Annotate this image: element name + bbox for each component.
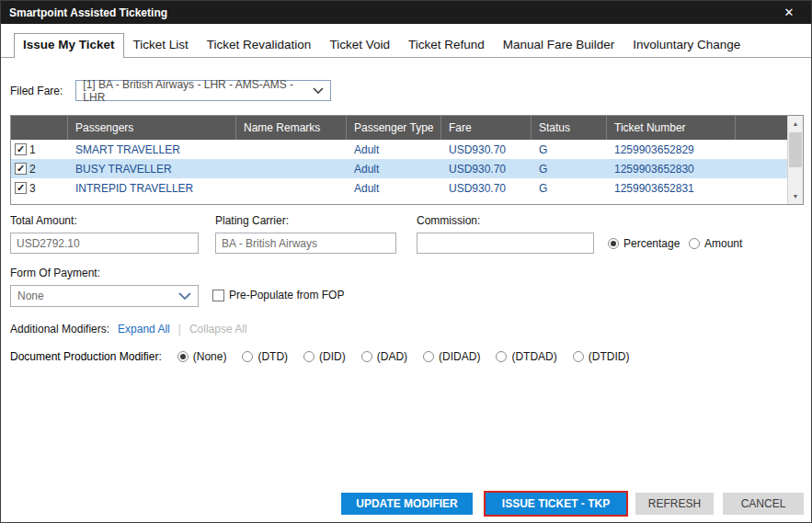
filed-fare-label: Filed Fare: <box>10 85 63 97</box>
table-row[interactable]: 3 INTREPID TRAVELLER Adult USD930.70 G 1… <box>11 178 787 198</box>
table-row[interactable]: 2 BUSY TRAVELLER Adult USD930.70 G 12599… <box>11 159 787 178</box>
checkbox-icon <box>212 290 224 301</box>
filed-fare-value: [1] BA - British Airways - LHR - AMS-AMS… <box>83 78 313 104</box>
window-title: Smartpoint Assisted Ticketing <box>9 6 167 19</box>
scroll-down-icon[interactable]: ▼ <box>788 188 803 204</box>
form-of-payment-label: Form Of Payment: <box>10 267 100 279</box>
passenger-type: Adult <box>347 182 441 195</box>
doc-modifier-radio-didad[interactable]: (DIDAD) <box>423 350 480 363</box>
fare: USD930.70 <box>441 143 532 156</box>
radio-dot-icon <box>573 351 584 362</box>
doc-modifier-radio-dtdid[interactable]: (DTDID) <box>573 350 630 363</box>
table-scrollbar[interactable]: ▲ ▼ <box>787 116 803 204</box>
link-separator: | <box>178 323 181 335</box>
doc-modifier-label: (DAD) <box>377 350 407 363</box>
form-of-payment-value: None <box>17 290 44 302</box>
header-ticket-number: Ticket Number <box>607 116 736 140</box>
header-passenger-type: Passenger Type <box>347 116 441 140</box>
filed-fare-dropdown[interactable]: [1] BA - British Airways - LHR - AMS-AMS… <box>75 80 331 101</box>
row-checkbox[interactable] <box>15 143 27 155</box>
title-bar: Smartpoint Assisted Ticketing ✕ <box>1 1 811 24</box>
tab-ticket-void[interactable]: Ticket Void <box>320 33 399 58</box>
total-amount-field[interactable] <box>10 233 199 254</box>
table-header-row: Passengers Name Remarks Passenger Type F… <box>11 116 787 140</box>
fare: USD930.70 <box>441 182 532 195</box>
percentage-radio[interactable]: Percentage <box>608 237 680 250</box>
doc-modifier-radio-none[interactable]: (None) <box>177 350 227 363</box>
tab-ticket-refund[interactable]: Ticket Refund <box>399 33 494 58</box>
doc-modifier-radio-dtd[interactable]: (DTD) <box>242 350 288 363</box>
additional-modifiers-label: Additional Modifiers: <box>10 323 109 335</box>
radio-dot-icon <box>361 351 372 362</box>
row-number: 2 <box>29 163 36 176</box>
document-production-modifier-row: Document Production Modifier: (None) (DT… <box>10 350 629 363</box>
tab-bar: Issue My Ticket Ticket List Ticket Reval… <box>1 33 811 58</box>
passenger-type: Adult <box>347 143 441 156</box>
passenger-type: Adult <box>347 163 441 176</box>
tab-involuntary-change[interactable]: Involuntary Change <box>623 33 749 58</box>
update-modifier-button[interactable]: UPDATE MODIFIER <box>341 493 473 515</box>
plating-carrier-field[interactable] <box>215 233 396 254</box>
passenger-name: INTREPID TRAVELLER <box>68 182 236 195</box>
doc-modifier-label: (None) <box>193 350 227 363</box>
commission-label: Commission: <box>417 214 480 227</box>
passenger-name: BUSY TRAVELLER <box>68 163 236 176</box>
table-row[interactable]: 1 SMART TRAVELLER Adult USD930.70 G 1259… <box>11 140 787 159</box>
header-fare: Fare <box>441 116 532 140</box>
form-of-payment-dropdown[interactable]: None <box>10 285 199 307</box>
cancel-button[interactable]: CANCEL <box>723 493 804 515</box>
plating-carrier-label: Plating Carrier: <box>215 214 289 227</box>
ticket-number: 1259903652831 <box>607 182 736 195</box>
tab-ticket-list[interactable]: Ticket List <box>124 33 198 58</box>
filed-fare-row: Filed Fare: [1] BA - British Airways - L… <box>10 80 331 101</box>
expand-all-link[interactable]: Expand All <box>118 323 170 335</box>
row-number: 3 <box>29 182 36 195</box>
radio-dot-icon <box>423 351 434 362</box>
scrollbar-thumb[interactable] <box>789 132 802 167</box>
amount-radio[interactable]: Amount <box>689 237 742 250</box>
total-amount-label: Total Amount: <box>10 214 77 227</box>
chevron-down-icon <box>178 292 191 300</box>
tab-manual-fare-builder[interactable]: Manual Fare Builder <box>494 33 624 58</box>
status: G <box>532 143 607 156</box>
doc-modifier-label: (DIDAD) <box>439 350 480 363</box>
amount-radio-label: Amount <box>704 237 742 250</box>
header-spacer <box>736 116 787 140</box>
radio-dot-icon <box>496 351 507 362</box>
radio-dot-icon <box>689 238 700 249</box>
ticket-number: 1259903652829 <box>607 143 736 156</box>
close-icon[interactable]: ✕ <box>775 1 803 24</box>
assisted-ticketing-dialog: Smartpoint Assisted Ticketing ✕ Issue My… <box>0 0 812 523</box>
header-status: Status <box>532 116 607 140</box>
radio-dot-icon <box>303 351 315 362</box>
issue-ticket-button[interactable]: ISSUE TICKET - TKP <box>486 493 626 515</box>
tab-issue-my-ticket[interactable]: Issue My Ticket <box>14 33 124 58</box>
refresh-button[interactable]: REFRESH <box>635 493 714 515</box>
ticket-number: 1259903652830 <box>607 163 736 176</box>
collapse-all-link[interactable]: Collapse All <box>189 323 247 335</box>
status: G <box>532 163 607 176</box>
scroll-up-icon[interactable]: ▲ <box>788 116 803 131</box>
fare: USD930.70 <box>441 163 532 176</box>
doc-modifier-label: (DID) <box>319 350 346 363</box>
row-checkbox[interactable] <box>15 182 27 194</box>
document-production-modifier-label: Document Production Modifier: <box>10 350 162 363</box>
chevron-down-icon <box>313 87 324 94</box>
additional-modifiers-row: Additional Modifiers: Expand All | Colla… <box>10 323 247 335</box>
header-select <box>11 116 68 140</box>
passenger-table: Passengers Name Remarks Passenger Type F… <box>10 115 804 205</box>
status: G <box>532 182 607 195</box>
doc-modifier-radio-dtdad[interactable]: (DTDAD) <box>496 350 556 363</box>
doc-modifier-radio-did[interactable]: (DID) <box>303 350 346 363</box>
commission-field[interactable] <box>417 233 594 254</box>
passenger-table-body: Passengers Name Remarks Passenger Type F… <box>11 116 787 204</box>
tab-ticket-revalidation[interactable]: Ticket Revalidation <box>198 33 321 58</box>
percentage-radio-label: Percentage <box>623 237 680 250</box>
header-passengers: Passengers <box>68 116 236 140</box>
doc-modifier-radio-dad[interactable]: (DAD) <box>361 350 407 363</box>
prepopulate-fop-label: Pre-Populate from FOP <box>229 289 344 301</box>
row-number: 1 <box>29 143 36 156</box>
prepopulate-fop-checkbox[interactable]: Pre-Populate from FOP <box>212 289 344 301</box>
row-checkbox[interactable] <box>15 163 27 175</box>
doc-modifier-label: (DTD) <box>257 350 288 363</box>
